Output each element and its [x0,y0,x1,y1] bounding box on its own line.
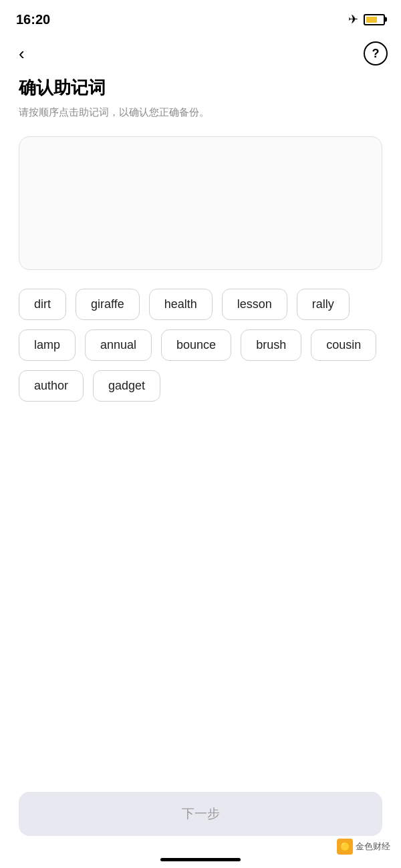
word-chip-health[interactable]: health [149,289,213,320]
back-button[interactable]: ‹ [13,42,30,65]
status-time: 16:20 [16,12,50,27]
nav-bar: ‹ ? [0,36,401,71]
word-chip-gadget[interactable]: gadget [93,370,160,402]
status-icons: ✈ [348,12,385,27]
battery-fill [366,17,377,23]
mnemonic-display-area [19,136,382,270]
home-indicator [160,858,241,861]
watermark: 🟡 金色财经 [337,839,390,855]
word-chip-brush[interactable]: brush [241,329,301,361]
next-button[interactable]: 下一步 [19,792,382,836]
page-title: 确认助记词 [19,76,382,100]
help-button[interactable]: ? [364,41,388,65]
word-chip-lesson[interactable]: lesson [222,289,287,320]
word-chip-giraffe[interactable]: giraffe [76,289,140,320]
airplane-icon: ✈ [348,12,358,27]
word-chip-bounce[interactable]: bounce [161,329,231,361]
word-chip-lamp[interactable]: lamp [19,329,76,361]
page-subtitle: 请按顺序点击助记词，以确认您正确备份。 [19,105,382,120]
word-bank: dirtgiraffehealthlessonrallylampannualbo… [19,289,382,412]
word-chip-annual[interactable]: annual [85,329,152,361]
word-chip-cousin[interactable]: cousin [311,329,376,361]
battery-icon [364,14,385,25]
watermark-logo: 🟡 [337,839,353,855]
word-chip-rally[interactable]: rally [297,289,350,320]
watermark-logo-text: 🟡 [340,842,350,851]
word-chip-dirt[interactable]: dirt [19,289,66,320]
word-chip-author[interactable]: author [19,370,84,402]
watermark-text: 金色财经 [356,841,390,853]
page-content: 确认助记词 请按顺序点击助记词，以确认您正确备份。 dirtgiraffehea… [0,71,401,412]
status-bar: 16:20 ✈ [0,0,401,36]
bottom-area: 下一步 [19,792,382,836]
